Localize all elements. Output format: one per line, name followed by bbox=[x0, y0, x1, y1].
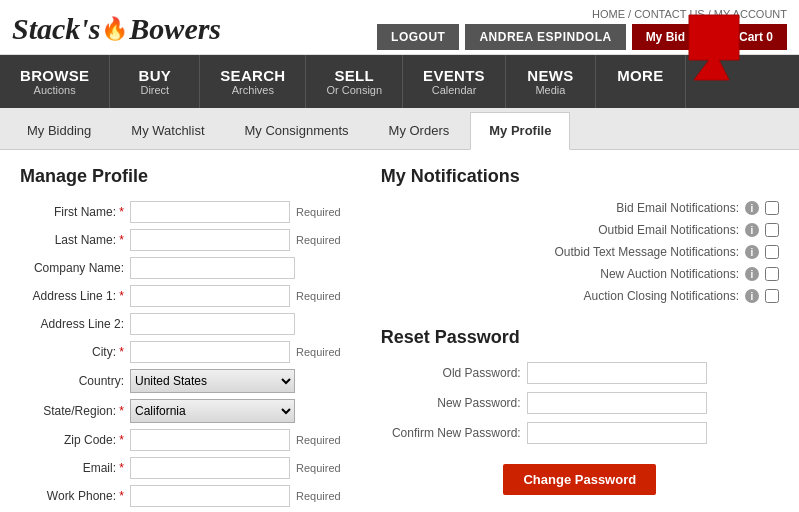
tab-my-consignments[interactable]: My Consignments bbox=[226, 112, 368, 149]
manage-profile-title: Manage Profile bbox=[20, 166, 341, 187]
logo-flame: 🔥 bbox=[101, 16, 128, 42]
state-select[interactable]: California New York Texas Florida bbox=[130, 399, 295, 423]
bid-email-row: Bid Email Notifications: i bbox=[381, 201, 779, 215]
nav-buy[interactable]: BUY Direct bbox=[110, 55, 200, 108]
confirm-password-label: Confirm New Password: bbox=[381, 426, 521, 440]
logout-button[interactable]: LOGOUT bbox=[377, 24, 459, 50]
nav-events[interactable]: EVENTS Calendar bbox=[403, 55, 506, 108]
zip-input[interactable] bbox=[130, 429, 290, 451]
last-name-required: Required bbox=[296, 234, 341, 246]
last-name-input[interactable] bbox=[130, 229, 290, 251]
company-name-row: Company Name: bbox=[20, 257, 341, 279]
first-name-input[interactable] bbox=[130, 201, 290, 223]
top-bar: Stack's 🔥 Bowers HOME / CONTACT US / MY … bbox=[0, 0, 799, 55]
home-link[interactable]: HOME bbox=[592, 8, 625, 20]
email-row: Email: * Required bbox=[20, 457, 341, 479]
logo: Stack's 🔥 Bowers bbox=[12, 12, 221, 46]
outbid-email-info-icon[interactable]: i bbox=[745, 223, 759, 237]
auction-closing-row: Auction Closing Notifications: i bbox=[381, 289, 779, 303]
outbid-email-label: Outbid Email Notifications: bbox=[598, 223, 739, 237]
breadcrumb: HOME / CONTACT US / MY ACCOUNT bbox=[592, 8, 787, 20]
old-password-row: Old Password: bbox=[381, 362, 779, 384]
state-row: State/Region: * California New York Texa… bbox=[20, 399, 341, 423]
email-input[interactable] bbox=[130, 457, 290, 479]
nav-browse[interactable]: BROWSE Auctions bbox=[0, 55, 110, 108]
country-row: Country: United States Canada United Kin… bbox=[20, 369, 341, 393]
address1-row: Address Line 1: * Required bbox=[20, 285, 341, 307]
address1-input[interactable] bbox=[130, 285, 290, 307]
last-name-row: Last Name: * Required bbox=[20, 229, 341, 251]
main-nav: BROWSE Auctions BUY Direct SEARCH Archiv… bbox=[0, 55, 799, 108]
manage-profile-panel: Manage Profile First Name: * Required La… bbox=[20, 166, 341, 512]
outbid-text-checkbox[interactable] bbox=[765, 245, 779, 259]
new-password-row: New Password: bbox=[381, 392, 779, 414]
zip-label: Zip Code: * bbox=[20, 433, 130, 447]
auction-closing-checkbox[interactable] bbox=[765, 289, 779, 303]
tab-my-orders[interactable]: My Orders bbox=[370, 112, 469, 149]
state-label: State/Region: * bbox=[20, 404, 130, 418]
last-name-label: Last Name: * bbox=[20, 233, 130, 247]
city-label: City: * bbox=[20, 345, 130, 359]
city-input[interactable] bbox=[130, 341, 290, 363]
bid-email-info-icon[interactable]: i bbox=[745, 201, 759, 215]
work-phone-input[interactable] bbox=[130, 485, 290, 507]
address1-label: Address Line 1: * bbox=[20, 289, 130, 303]
outbid-text-info-icon[interactable]: i bbox=[745, 245, 759, 259]
work-phone-row: Work Phone: * Required bbox=[20, 485, 341, 507]
address2-row: Address Line 2: bbox=[20, 313, 341, 335]
account-link[interactable]: MY ACCOUNT bbox=[714, 8, 787, 20]
address2-input[interactable] bbox=[130, 313, 295, 335]
bid-email-checkbox[interactable] bbox=[765, 201, 779, 215]
new-password-input[interactable] bbox=[527, 392, 707, 414]
first-name-row: First Name: * Required bbox=[20, 201, 341, 223]
my-bids-button[interactable]: My Bid bbox=[632, 24, 699, 50]
new-auction-info-icon[interactable]: i bbox=[745, 267, 759, 281]
top-actions: LOGOUT ANDREA ESPINDOLA My Bid My Cart 0 bbox=[377, 24, 787, 50]
address1-required: Required bbox=[296, 290, 341, 302]
confirm-password-row: Confirm New Password: bbox=[381, 422, 779, 444]
new-auction-row: New Auction Notifications: i bbox=[381, 267, 779, 281]
city-row: City: * Required bbox=[20, 341, 341, 363]
nav-more[interactable]: MORE bbox=[596, 55, 686, 108]
page-content: Manage Profile First Name: * Required La… bbox=[0, 150, 799, 512]
user-name-button[interactable]: ANDREA ESPINDOLA bbox=[465, 24, 625, 50]
new-password-label: New Password: bbox=[381, 396, 521, 410]
nav-search[interactable]: SEARCH Archives bbox=[200, 55, 306, 108]
tab-my-profile[interactable]: My Profile bbox=[470, 112, 570, 150]
work-phone-required: Required bbox=[296, 490, 341, 502]
auction-closing-label: Auction Closing Notifications: bbox=[584, 289, 739, 303]
change-password-button[interactable]: Change Password bbox=[503, 464, 656, 495]
bid-email-label: Bid Email Notifications: bbox=[616, 201, 739, 215]
old-password-input[interactable] bbox=[527, 362, 707, 384]
confirm-password-input[interactable] bbox=[527, 422, 707, 444]
profile-tabs: My Bidding My Watchlist My Consignments … bbox=[0, 108, 799, 150]
first-name-label: First Name: * bbox=[20, 205, 130, 219]
old-password-label: Old Password: bbox=[381, 366, 521, 380]
new-auction-checkbox[interactable] bbox=[765, 267, 779, 281]
email-label: Email: * bbox=[20, 461, 130, 475]
city-required: Required bbox=[296, 346, 341, 358]
contact-link[interactable]: CONTACT US bbox=[634, 8, 705, 20]
country-label: Country: bbox=[20, 374, 130, 388]
outbid-email-checkbox[interactable] bbox=[765, 223, 779, 237]
company-name-input[interactable] bbox=[130, 257, 295, 279]
zip-required: Required bbox=[296, 434, 341, 446]
top-right: HOME / CONTACT US / MY ACCOUNT LOGOUT AN… bbox=[377, 8, 787, 50]
auction-closing-info-icon[interactable]: i bbox=[745, 289, 759, 303]
zip-row: Zip Code: * Required bbox=[20, 429, 341, 451]
new-auction-label: New Auction Notifications: bbox=[600, 267, 739, 281]
work-phone-label: Work Phone: * bbox=[20, 489, 130, 503]
company-name-label: Company Name: bbox=[20, 261, 130, 275]
logo-bowers: Bowers bbox=[129, 12, 221, 46]
my-cart-button[interactable]: My Cart 0 bbox=[705, 24, 787, 50]
nav-sell[interactable]: SELL Or Consign bbox=[306, 55, 403, 108]
address2-label: Address Line 2: bbox=[20, 317, 130, 331]
outbid-email-row: Outbid Email Notifications: i bbox=[381, 223, 779, 237]
country-select[interactable]: United States Canada United Kingdom bbox=[130, 369, 295, 393]
right-panel: My Notifications Bid Email Notifications… bbox=[381, 166, 779, 512]
outbid-text-row: Outbid Text Message Notifications: i bbox=[381, 245, 779, 259]
nav-news[interactable]: NEWS Media bbox=[506, 55, 596, 108]
tab-my-bidding[interactable]: My Bidding bbox=[8, 112, 110, 149]
tab-my-watchlist[interactable]: My Watchlist bbox=[112, 112, 223, 149]
outbid-text-label: Outbid Text Message Notifications: bbox=[554, 245, 739, 259]
